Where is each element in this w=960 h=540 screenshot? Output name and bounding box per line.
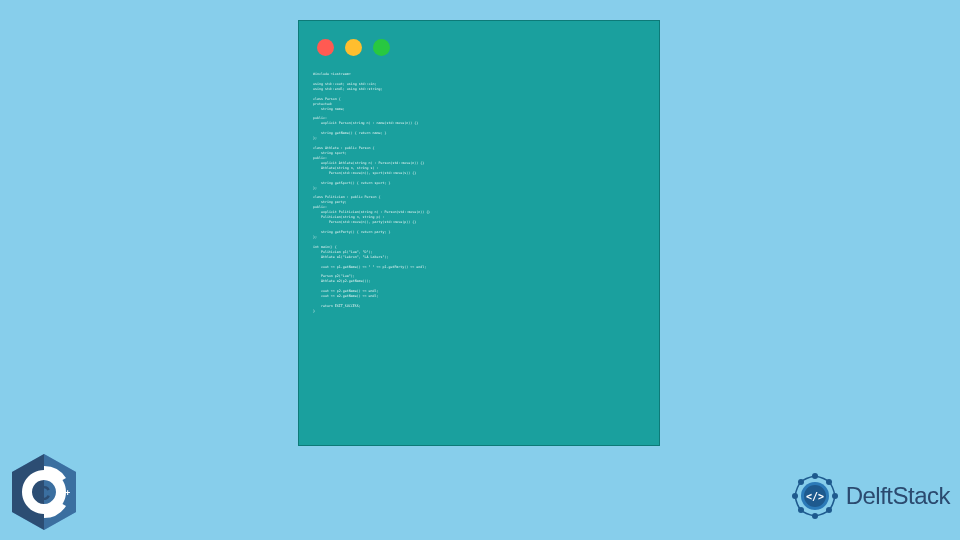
maximize-icon	[373, 39, 390, 56]
cpp-logo-icon: + + C	[8, 452, 80, 532]
delftstack-badge-icon: </>	[789, 470, 841, 522]
svg-text:C: C	[36, 482, 50, 504]
minimize-icon	[345, 39, 362, 56]
code-content: #include <iostream> using std::cout; usi…	[299, 64, 659, 324]
svg-text:+: +	[65, 488, 70, 498]
delftstack-label: DelftStack	[846, 482, 950, 510]
close-icon	[317, 39, 334, 56]
svg-text:+: +	[56, 488, 61, 498]
svg-text:</>: </>	[806, 491, 824, 502]
code-editor-window: #include <iostream> using std::cout; usi…	[298, 20, 660, 446]
window-controls	[299, 21, 659, 64]
delftstack-logo: </> DelftStack	[789, 470, 950, 522]
